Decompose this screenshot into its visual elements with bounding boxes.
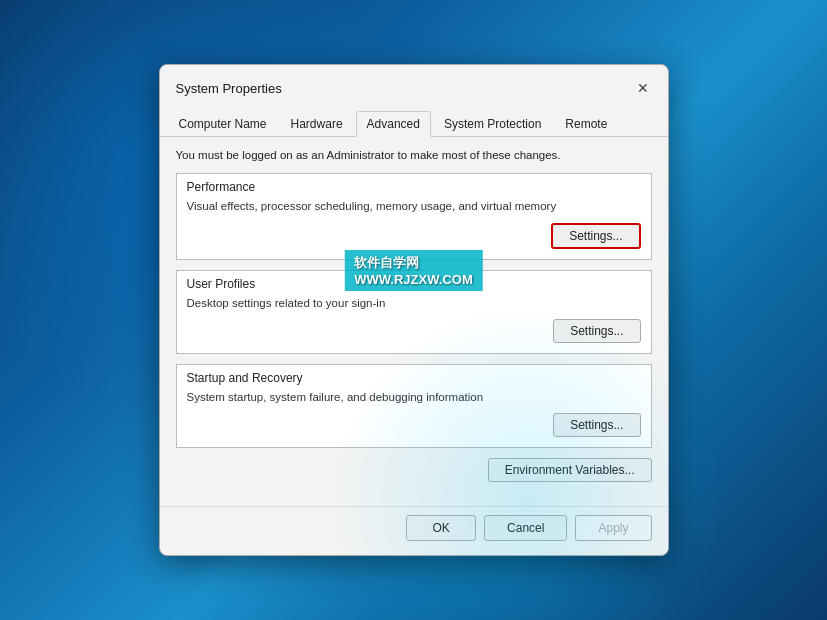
user-profiles-footer: Settings... (187, 319, 641, 343)
user-profiles-label: User Profiles (187, 277, 641, 291)
apply-button[interactable]: Apply (575, 515, 651, 541)
tab-system-protection[interactable]: System Protection (433, 111, 552, 136)
tab-remote[interactable]: Remote (554, 111, 618, 136)
startup-recovery-settings-button[interactable]: Settings... (553, 413, 640, 437)
tab-computer-name[interactable]: Computer Name (168, 111, 278, 136)
tab-advanced[interactable]: Advanced (356, 111, 431, 137)
user-profiles-section: User Profiles Desktop settings related t… (176, 270, 652, 354)
environment-variables-button[interactable]: Environment Variables... (488, 458, 652, 482)
startup-recovery-section: Startup and Recovery System startup, sys… (176, 364, 652, 448)
admin-info-text: You must be logged on as an Administrato… (176, 147, 652, 163)
user-profiles-description: Desktop settings related to your sign-in (187, 295, 641, 311)
startup-recovery-description: System startup, system failure, and debu… (187, 389, 641, 405)
startup-recovery-footer: Settings... (187, 413, 641, 437)
ok-button[interactable]: OK (406, 515, 476, 541)
env-variables-row: Environment Variables... (176, 458, 652, 482)
startup-recovery-label: Startup and Recovery (187, 371, 641, 385)
performance-description: Visual effects, processor scheduling, me… (187, 198, 641, 214)
performance-label: Performance (187, 180, 641, 194)
title-bar: System Properties ✕ (160, 65, 668, 101)
close-button[interactable]: ✕ (630, 75, 656, 101)
performance-footer: Settings... (187, 223, 641, 249)
dialog-footer: OK Cancel Apply (160, 506, 668, 555)
tab-hardware[interactable]: Hardware (280, 111, 354, 136)
dialog-title: System Properties (176, 81, 282, 96)
tabs-bar: Computer Name Hardware Advanced System P… (160, 105, 668, 137)
user-profiles-settings-button[interactable]: Settings... (553, 319, 640, 343)
performance-section: Performance Visual effects, processor sc… (176, 173, 652, 259)
dialog-body: You must be logged on as an Administrato… (160, 137, 668, 505)
system-properties-dialog: System Properties ✕ Computer Name Hardwa… (159, 64, 669, 555)
cancel-button[interactable]: Cancel (484, 515, 567, 541)
performance-settings-button[interactable]: Settings... (551, 223, 640, 249)
